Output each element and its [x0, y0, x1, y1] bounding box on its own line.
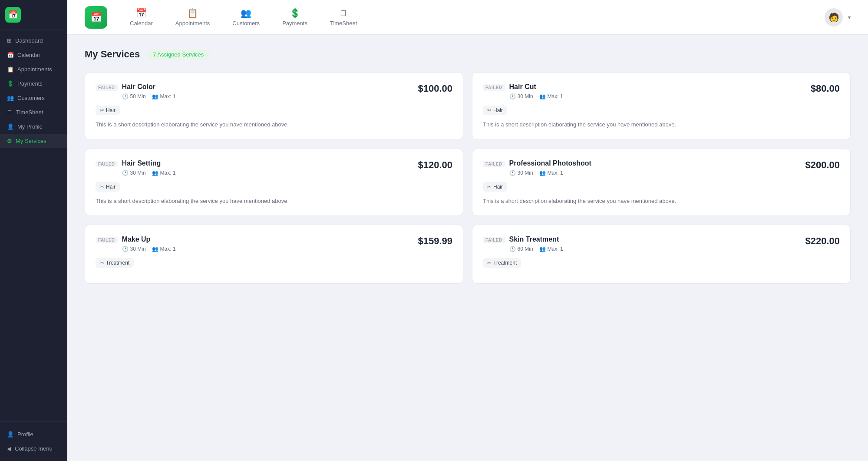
tag-label: Hair — [493, 184, 503, 190]
tag-label: Hair — [106, 107, 116, 113]
my-profile-icon: 👤 — [7, 123, 14, 130]
customers-icon: 👥 — [7, 95, 14, 101]
top-nav-calendar[interactable]: 📅 Calendar — [119, 3, 163, 31]
service-card-hair-color: FAILED Hair Color 🕐 50 Min 👥 Max: 1 $100… — [85, 72, 463, 140]
card-price: $200.00 — [805, 159, 840, 171]
max-meta: 👥 Max: 1 — [539, 246, 563, 252]
card-meta: 🕐 30 Min 👥 Max: 1 — [509, 170, 591, 176]
card-info: Hair Cut 🕐 30 Min 👥 Max: 1 — [509, 83, 563, 99]
duration-meta: 🕐 30 Min — [509, 170, 533, 176]
card-tag: ✂ Hair — [483, 106, 507, 115]
my-services-icon: ⚙ — [7, 138, 12, 144]
top-nav-payments[interactable]: 💲 Payments — [272, 3, 318, 31]
sidebar-item-profile[interactable]: 👤 Profile — [0, 427, 67, 441]
sidebar-item-customers[interactable]: 👥 Customers — [0, 91, 67, 105]
payments-nav-icon: 💲 — [290, 8, 300, 18]
failed-badge: FAILED — [483, 84, 505, 91]
sidebar-bottom: 👤 Profile ◀ Collapse menu — [0, 421, 67, 461]
card-price: $220.00 — [805, 235, 840, 247]
sidebar-item-payments[interactable]: 💲 Payments — [0, 76, 67, 91]
card-top: FAILED Hair Color 🕐 50 Min 👥 Max: 1 $100… — [96, 83, 452, 99]
card-top: FAILED Hair Setting 🕐 30 Min 👥 Max: 1 $1… — [96, 159, 452, 176]
clock-icon: 🕐 — [509, 170, 516, 176]
tag-icon: ✂ — [487, 107, 492, 113]
sidebar-item-calendar[interactable]: 📅 Calendar — [0, 48, 67, 62]
card-desc: This is a short description elaborating … — [96, 197, 452, 206]
tag-label: Hair — [493, 107, 503, 113]
sidebar-item-dashboard[interactable]: ⊞ Dashboard — [0, 33, 67, 48]
content-area: My Services 7 Assigned Services FAILED H… — [67, 35, 868, 461]
card-tag: ✂ Hair — [96, 106, 120, 115]
card-title: Professional Photoshoot — [509, 159, 591, 167]
failed-badge: FAILED — [96, 161, 118, 167]
service-card-make-up: FAILED Make Up 🕐 30 Min 👥 Max: 1 $159.99… — [85, 225, 463, 284]
card-price: $100.00 — [418, 83, 452, 94]
sidebar-item-my-profile[interactable]: 👤 My Profile — [0, 119, 67, 134]
chevron-down-icon[interactable]: ▾ — [848, 14, 851, 20]
service-card-professional-photoshoot: FAILED Professional Photoshoot 🕐 30 Min … — [472, 149, 851, 216]
card-top: FAILED Skin Treatment 🕐 60 Min 👥 Max: 1 … — [483, 235, 840, 252]
sidebar-item-collapse[interactable]: ◀ Collapse menu — [0, 441, 67, 456]
card-price: $120.00 — [418, 159, 452, 171]
card-left: FAILED Make Up 🕐 30 Min 👥 Max: 1 — [96, 235, 176, 252]
service-card-skin-treatment: FAILED Skin Treatment 🕐 60 Min 👥 Max: 1 … — [472, 225, 851, 284]
clock-icon: 🕐 — [509, 93, 516, 99]
tag-icon: ✂ — [100, 107, 104, 113]
timesheet-nav-icon: 🗒 — [339, 8, 348, 18]
customers-nav-icon: 👥 — [241, 8, 251, 18]
appointments-icon: 📋 — [7, 66, 14, 73]
users-icon: 👥 — [539, 170, 546, 176]
service-card-hair-cut: FAILED Hair Cut 🕐 30 Min 👥 Max: 1 $80.00… — [472, 72, 851, 140]
card-tag: ✂ Hair — [483, 182, 507, 192]
logo-icon: 📅 — [5, 7, 21, 23]
duration-meta: 🕐 30 Min — [509, 93, 533, 99]
max-meta: 👥 Max: 1 — [539, 93, 563, 99]
card-info: Hair Color 🕐 50 Min 👥 Max: 1 — [122, 83, 176, 99]
max-meta: 👥 Max: 1 — [539, 170, 563, 176]
top-nav-appointments[interactable]: 📋 Appointments — [165, 3, 221, 31]
top-nav: 📅 📅 Calendar 📋 Appointments 👥 Customers … — [67, 0, 868, 35]
max-meta: 👥 Max: 1 — [152, 246, 176, 252]
calendar-nav-icon: 📅 — [136, 8, 147, 18]
users-icon: 👥 — [539, 93, 546, 99]
card-price: $80.00 — [811, 83, 840, 94]
top-nav-items: 📅 Calendar 📋 Appointments 👥 Customers 💲 … — [119, 3, 367, 31]
users-icon: 👥 — [539, 246, 546, 252]
card-top: FAILED Professional Photoshoot 🕐 30 Min … — [483, 159, 840, 176]
max-meta: 👥 Max: 1 — [152, 170, 176, 176]
tag-label: Treatment — [106, 260, 129, 266]
profile-icon: 👤 — [7, 431, 14, 438]
avatar[interactable]: 🧑 — [825, 8, 843, 27]
card-desc: This is a short description elaborating … — [96, 120, 452, 129]
card-left: FAILED Skin Treatment 🕐 60 Min 👥 Max: 1 — [483, 235, 563, 252]
app-logo: 📅 — [85, 6, 107, 29]
card-title: Hair Cut — [509, 83, 563, 91]
clock-icon: 🕐 — [122, 93, 129, 99]
card-title: Hair Color — [122, 83, 176, 91]
sidebar-nav: ⊞ Dashboard 📅 Calendar 📋 Appointments 💲 … — [0, 30, 67, 421]
card-desc: This is a short description elaborating … — [483, 120, 840, 129]
sidebar-item-timesheet[interactable]: 🗒 TimeSheet — [0, 105, 67, 119]
max-meta: 👥 Max: 1 — [152, 93, 176, 99]
card-title: Hair Setting — [122, 159, 176, 167]
dashboard-icon: ⊞ — [7, 37, 12, 44]
collapse-icon: ◀ — [7, 445, 11, 452]
tag-icon: ✂ — [487, 184, 492, 190]
card-meta: 🕐 60 Min 👥 Max: 1 — [509, 246, 563, 252]
card-top: FAILED Make Up 🕐 30 Min 👥 Max: 1 $159.99 — [96, 235, 452, 252]
card-meta: 🕐 30 Min 👥 Max: 1 — [122, 170, 176, 176]
sidebar-item-appointments[interactable]: 📋 Appointments — [0, 62, 67, 76]
card-title: Skin Treatment — [509, 235, 563, 243]
top-nav-timesheet[interactable]: 🗒 TimeSheet — [320, 4, 367, 31]
failed-badge: FAILED — [96, 84, 118, 91]
top-nav-left: 📅 📅 Calendar 📋 Appointments 👥 Customers … — [85, 3, 367, 31]
tag-icon: ✂ — [100, 260, 104, 266]
card-info: Make Up 🕐 30 Min 👥 Max: 1 — [122, 235, 176, 252]
card-meta: 🕐 50 Min 👥 Max: 1 — [122, 93, 176, 99]
sidebar-logo: 📅 — [0, 0, 67, 30]
sidebar-item-my-services[interactable]: ⚙ My Services — [0, 134, 67, 148]
tag-icon: ✂ — [100, 184, 104, 190]
card-left: FAILED Hair Cut 🕐 30 Min 👥 Max: 1 — [483, 83, 563, 99]
top-nav-customers[interactable]: 👥 Customers — [222, 3, 270, 31]
page-title: My Services — [85, 49, 140, 60]
